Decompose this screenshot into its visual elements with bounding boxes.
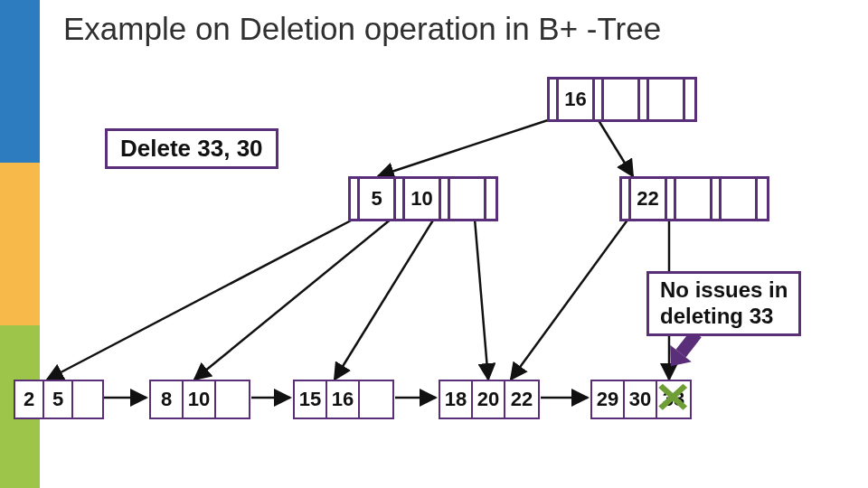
accent-bar-blue — [0, 0, 40, 163]
key: 22 — [631, 179, 667, 219]
leaf-1: 8 10 — [149, 380, 250, 419]
key: 30 — [625, 381, 657, 418]
leaf-4: 29 30 33 — [590, 380, 692, 419]
annotation-line: No issues in — [660, 277, 788, 304]
svg-line-2 — [47, 219, 354, 380]
key: 29 — [592, 381, 625, 418]
ptr — [667, 179, 676, 219]
ptr — [595, 80, 604, 119]
svg-line-3 — [194, 219, 392, 380]
ptr — [351, 179, 360, 219]
ptr — [758, 179, 767, 219]
svg-line-5 — [475, 219, 488, 380]
key — [216, 381, 249, 418]
key — [676, 179, 712, 219]
leaf-2: 15 16 — [293, 380, 394, 419]
key: 16 — [559, 80, 595, 119]
svg-line-1 — [597, 117, 633, 176]
key: 16 — [327, 381, 360, 418]
key: 2 — [15, 381, 44, 418]
key: 10 — [184, 381, 216, 418]
key: 5 — [360, 179, 396, 219]
key: 15 — [295, 381, 327, 418]
svg-line-4 — [335, 219, 434, 380]
key — [73, 381, 102, 418]
svg-line-0 — [378, 117, 556, 176]
svg-line-6 — [511, 219, 628, 380]
leaf-3: 18 20 22 — [439, 380, 540, 419]
key: 33 — [657, 381, 690, 418]
key — [722, 179, 758, 219]
annotation-line: deleting 33 — [660, 304, 788, 330]
key — [450, 179, 486, 219]
ptr — [486, 179, 495, 219]
annotation: No issues in deleting 33 — [646, 271, 801, 336]
root-node: 16 — [547, 77, 697, 122]
tree-edges — [0, 0, 868, 488]
accent-bar-orange — [0, 163, 40, 325]
ptr — [640, 80, 649, 119]
ptr — [712, 179, 722, 219]
key — [649, 80, 685, 119]
key: 5 — [44, 381, 73, 418]
key — [604, 80, 640, 119]
page-title: Example on Deletion operation in B+ -Tre… — [63, 11, 661, 47]
key: 8 — [151, 381, 184, 418]
internal-right: 22 — [619, 176, 769, 221]
ptr — [441, 179, 450, 219]
leaf-0: 2 5 — [14, 380, 104, 419]
key: 22 — [505, 381, 538, 418]
key: 10 — [405, 179, 441, 219]
key: 18 — [440, 381, 473, 418]
ptr — [396, 179, 405, 219]
ptr — [622, 179, 631, 219]
slide: Example on Deletion operation in B+ -Tre… — [0, 0, 868, 488]
delete-label: Delete 33, 30 — [105, 128, 278, 169]
ptr — [685, 80, 694, 119]
ptr — [550, 80, 559, 119]
key — [360, 381, 392, 418]
key: 20 — [473, 381, 505, 418]
internal-left: 5 10 — [348, 176, 498, 221]
